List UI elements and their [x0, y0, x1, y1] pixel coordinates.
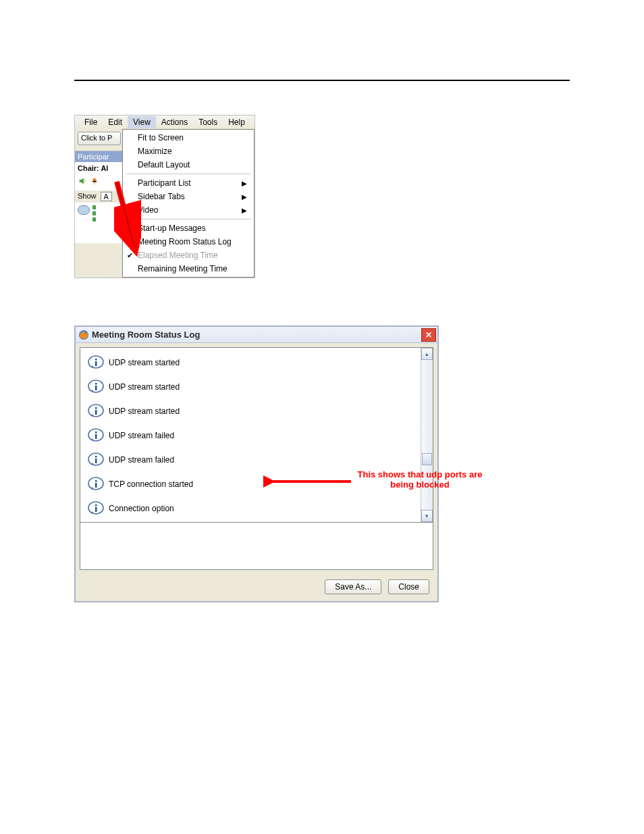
menu-edit[interactable]: Edit — [103, 116, 128, 128]
log-item: TCP connection started — [83, 472, 418, 496]
svg-rect-12 — [95, 410, 97, 415]
log-list-container: UDP stream started UDP stream started UD… — [80, 347, 433, 523]
app-window-shot1: File Edit View Actions Tools Help Click … — [74, 115, 255, 278]
info-icon — [87, 452, 105, 468]
menu-bar: File Edit View Actions Tools Help — [75, 115, 254, 129]
menuitem-label: Video — [138, 205, 158, 215]
left-panel: Click to P Participar Chair: Al Show A — [75, 129, 122, 243]
menuitem-startup-messages[interactable]: Start-up Messages — [123, 221, 254, 235]
submenu-arrow-icon: ▶ — [242, 207, 247, 214]
checkmark-icon: ✔ — [127, 251, 133, 260]
status-log-dialog: Meeting Room Status Log ✕ UDP stream sta… — [74, 325, 439, 602]
log-item: Connection option — [83, 496, 418, 521]
menuitem-label: Maximize — [138, 147, 172, 156]
log-text: UDP stream started — [109, 382, 180, 392]
svg-rect-8 — [95, 383, 97, 385]
show-filter-row: Show A — [75, 190, 122, 203]
header-divider — [74, 80, 570, 81]
click-to-present-button[interactable]: Click to P — [78, 132, 121, 145]
chat-area — [75, 203, 122, 243]
menuitem-video[interactable]: Video▶ — [123, 203, 254, 217]
firefox-icon — [78, 330, 89, 340]
dialog-button-bar: Save As... Close — [76, 574, 437, 601]
menuitem-label: Participant List — [138, 178, 191, 188]
log-item: UDP stream failed — [83, 448, 418, 472]
svg-rect-24 — [95, 507, 97, 512]
svg-rect-20 — [95, 480, 97, 482]
status-icon-row — [75, 174, 122, 190]
log-item: UDP stream failed — [83, 423, 418, 448]
menuitem-label: Remaining Meeting Time — [138, 264, 227, 273]
svg-rect-23 — [95, 504, 97, 506]
menuitem-label: Meeting Room Status Log — [138, 237, 232, 246]
menuitem-label: Sidebar Tabs — [138, 192, 185, 201]
log-empty-area — [80, 523, 433, 570]
view-menu-dropdown: Fit to Screen Maximize Default Layout Pa… — [122, 129, 254, 278]
mic-icon — [90, 176, 99, 188]
log-text: Connection option — [109, 504, 174, 513]
dialog-titlebar: Meeting Room Status Log ✕ — [76, 327, 437, 343]
menuitem-fit-to-screen[interactable]: Fit to Screen — [123, 131, 254, 145]
svg-rect-15 — [95, 434, 97, 439]
log-item: UDP stream started — [83, 350, 418, 375]
menu-separator — [126, 174, 251, 174]
dialog-title: Meeting Room Status Log — [92, 330, 200, 340]
svg-rect-9 — [95, 386, 97, 390]
scroll-track[interactable] — [421, 360, 433, 510]
menuitem-label: Default Layout — [138, 160, 190, 170]
menu-view[interactable]: View — [128, 116, 156, 128]
menuitem-default-layout[interactable]: Default Layout — [123, 158, 254, 172]
vertical-scrollbar[interactable]: ▴ ▾ — [421, 348, 433, 522]
close-icon: ✕ — [425, 330, 432, 340]
svg-rect-21 — [95, 483, 97, 488]
menu-help[interactable]: Help — [223, 116, 250, 128]
scroll-down-button[interactable]: ▾ — [421, 510, 433, 522]
submenu-arrow-icon: ▶ — [242, 180, 247, 187]
info-icon — [87, 427, 105, 444]
menu-file[interactable]: File — [79, 116, 103, 128]
menuitem-label: Elapsed Meeting Time — [138, 251, 218, 260]
menuitem-remaining-meeting-time[interactable]: Remaining Meeting Time — [123, 262, 254, 276]
menuitem-elapsed-meeting-time[interactable]: ✔Elapsed Meeting Time — [123, 249, 254, 262]
log-item: UDP stream started — [83, 375, 418, 399]
log-text: UDP stream failed — [109, 455, 174, 465]
scroll-up-button[interactable]: ▴ — [421, 348, 433, 360]
menuitem-label: Fit to Screen — [138, 133, 184, 142]
info-icon — [87, 355, 105, 371]
close-button[interactable]: ✕ — [421, 328, 436, 342]
speaker-icon — [78, 176, 87, 188]
info-icon — [87, 500, 105, 517]
participants-header: Participar — [75, 151, 122, 162]
info-icon — [87, 476, 105, 492]
svg-rect-18 — [95, 459, 97, 463]
info-icon — [87, 403, 105, 419]
close-dialog-button[interactable]: Close — [388, 579, 429, 594]
menu-tools[interactable]: Tools — [193, 116, 223, 128]
scroll-thumb[interactable] — [422, 453, 432, 465]
svg-rect-17 — [95, 456, 97, 458]
menu-actions[interactable]: Actions — [156, 116, 193, 128]
info-icon — [87, 379, 105, 395]
log-text: UDP stream started — [109, 407, 180, 416]
svg-rect-14 — [95, 432, 97, 434]
save-as-button[interactable]: Save As... — [325, 579, 381, 594]
svg-rect-6 — [95, 361, 97, 366]
submenu-arrow-icon: ▶ — [242, 193, 247, 201]
show-label: Show — [78, 192, 97, 201]
menuitem-participant-list[interactable]: Participant List▶ — [123, 176, 254, 190]
chat-bubble-icon — [78, 205, 90, 215]
log-text: TCP connection started — [109, 479, 193, 489]
log-text: UDP stream failed — [109, 431, 174, 440]
chair-label: Chair: Al — [75, 162, 122, 174]
svg-rect-11 — [95, 407, 97, 409]
show-dropdown-value[interactable]: A — [101, 192, 112, 201]
menuitem-sidebar-tabs[interactable]: Sidebar Tabs▶ — [123, 190, 254, 203]
log-list: UDP stream started UDP stream started UD… — [80, 348, 421, 522]
menuitem-meeting-room-status-log[interactable]: Meeting Room Status Log — [123, 235, 254, 249]
menu-separator — [126, 219, 251, 219]
log-item: UDP stream started — [83, 399, 418, 423]
log-text: UDP stream started — [109, 358, 180, 367]
menuitem-maximize[interactable]: Maximize — [123, 145, 254, 158]
svg-rect-5 — [95, 359, 97, 361]
menuitem-label: Start-up Messages — [138, 224, 206, 233]
